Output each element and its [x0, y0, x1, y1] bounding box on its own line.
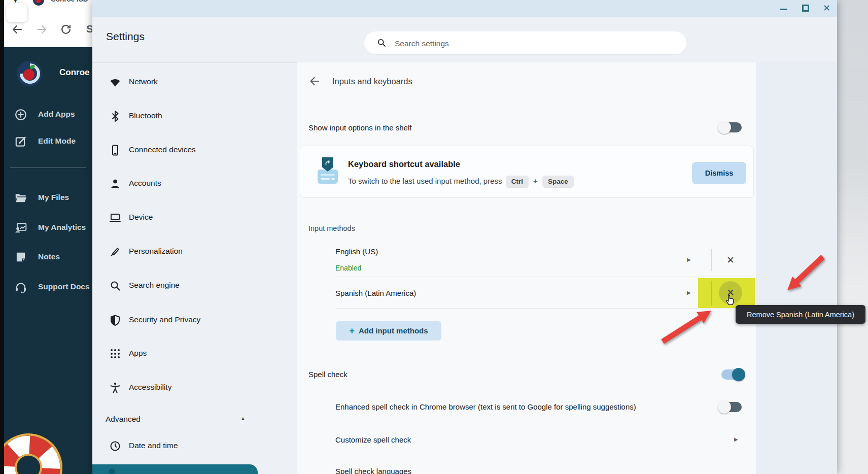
reload-icon[interactable] [60, 23, 72, 36]
nav-item-device[interactable]: Device [92, 211, 295, 225]
sidebar-item-add-apps[interactable]: Add Apps [4, 107, 92, 122]
sidebar-divider [10, 167, 86, 168]
ctrl-key-badge: Ctrl [506, 176, 529, 187]
nav-item-bluetooth[interactable]: Bluetooth [92, 109, 295, 123]
sidebar-item-support-docs[interactable]: Support Docs [4, 280, 92, 295]
list-divider [335, 456, 755, 456]
close-icon[interactable]: ✕ [823, 3, 830, 14]
smartphone-icon [109, 144, 121, 156]
apps-grid-icon [109, 348, 121, 360]
banner-title: Keyboard shortcut available [348, 159, 460, 169]
remove-tooltip: Remove Spanish (Latin America) [736, 305, 865, 324]
shortcut-banner: Keyboard shortcut available To switch to… [300, 146, 754, 198]
keyboard-shortcut-icon [318, 157, 340, 186]
forward-icon[interactable] [36, 23, 48, 36]
search-input[interactable] [394, 31, 670, 55]
enhanced-spell-check-toggle[interactable] [719, 401, 742, 413]
shield-icon [109, 314, 121, 326]
wifi-icon [109, 76, 121, 88]
enhanced-spell-check-label: Enhanced spell check in Chrome browser (… [335, 402, 636, 411]
dismiss-button[interactable]: Dismiss [692, 162, 746, 184]
input-method-status-enabled: Enabled [335, 264, 361, 272]
spell-check-toggle[interactable] [721, 369, 744, 380]
settings-header: Settings [92, 17, 837, 63]
remove-english-icon[interactable]: ✕ [726, 255, 735, 265]
page-title: Inputs and keyboards [332, 77, 412, 86]
settings-app-title: Settings [106, 30, 145, 43]
sidebar-item-my-analytics[interactable]: My Analytics [4, 220, 92, 235]
bottom-toast [92, 464, 258, 474]
accessibility-icon [109, 382, 121, 394]
sidebar-item-edit-mode[interactable]: Edit Mode [4, 134, 92, 149]
space-key-badge: Space [542, 176, 574, 187]
window-titlebar: ✕ [92, 0, 837, 17]
list-divider [335, 423, 755, 423]
brand-name: Conroe [59, 67, 90, 78]
nav-item-accessibility[interactable]: Accessibility [92, 381, 295, 395]
chevron-right-icon[interactable]: ▶ [687, 290, 691, 295]
spell-check-languages-label: Spell check languages [335, 467, 411, 474]
hand-cursor-icon [723, 292, 737, 308]
row-divider-vertical [711, 281, 712, 306]
brush-icon [109, 246, 121, 258]
lifering-image [4, 418, 78, 474]
nav-item-apps[interactable]: Apps [92, 347, 295, 361]
input-method-name-spanish: Spanish (Latin America) [335, 289, 416, 297]
plus-separator: + [533, 177, 538, 185]
window-right-gutter [756, 62, 837, 474]
bluetooth-icon [109, 110, 121, 122]
nav-item-personalization[interactable]: Personalization [92, 245, 295, 259]
clock-icon [109, 440, 121, 452]
nav-item-date-time[interactable]: Date and time [92, 439, 295, 453]
nav-item-network[interactable]: Network [92, 75, 295, 89]
chevron-right-icon[interactable]: ▶ [734, 436, 738, 442]
show-input-options-toggle[interactable] [719, 122, 742, 133]
minimize-icon[interactable] [780, 9, 787, 10]
chevron-right-icon[interactable]: ▶ [687, 257, 691, 262]
add-input-methods-button[interactable]: +Add input methods [336, 321, 441, 341]
customize-spell-check-label: Customize spell check [335, 435, 411, 444]
nav-item-accounts[interactable]: Accounts [92, 177, 295, 191]
show-input-options-label: Show input options in the shelf [308, 123, 411, 132]
list-divider [335, 308, 755, 309]
back-arrow-icon[interactable] [308, 75, 321, 87]
search-icon [376, 38, 387, 48]
back-icon[interactable] [11, 23, 23, 36]
nav-item-security-privacy[interactable]: Security and Privacy [92, 313, 295, 327]
headset-icon [14, 281, 27, 294]
note-icon [14, 251, 27, 264]
caret-down-icon: ▼ [12, 0, 19, 4]
analytics-icon [14, 221, 27, 234]
nav-item-connected-devices[interactable]: Connected devices [92, 143, 295, 157]
tab-favicon [33, 0, 44, 6]
sidebar-item-my-files[interactable]: My Files [4, 190, 92, 206]
edit-icon [14, 135, 27, 148]
desktop-background [837, 0, 868, 474]
nav-item-search-engine[interactable]: Search engine [92, 279, 295, 293]
plus-circle-icon [14, 108, 27, 121]
folder-icon [14, 191, 27, 205]
settings-content: Inputs and keyboards Show input options … [297, 62, 756, 474]
sidebar-item-notes[interactable]: Notes [4, 250, 92, 265]
search-bar[interactable] [364, 31, 686, 54]
person-icon [109, 178, 121, 190]
settings-window: ✕ Settings Network Bluetooth Connected d… [92, 0, 837, 474]
search-engine-icon [109, 280, 121, 292]
input-method-name-english: English (US) [335, 247, 378, 256]
nav-advanced-toggle[interactable]: Advanced ▲ [92, 413, 295, 427]
spell-check-label: Spell check [308, 370, 348, 379]
app-sidebar: Conroe Add Apps Edit Mode My Files My An… [4, 47, 92, 474]
conroe-logo [17, 61, 42, 86]
chevron-up-icon: ▲ [240, 416, 246, 421]
toast-icon [109, 468, 115, 474]
banner-description: To switch to the last used input method,… [348, 176, 575, 187]
browser-tab-title[interactable]: Conroe ISD [51, 0, 88, 3]
list-divider [335, 277, 755, 277]
maximize-icon[interactable] [802, 5, 809, 12]
row-divider-vertical [711, 249, 712, 271]
input-methods-section-label: Input methods [308, 224, 355, 232]
browser-popup-card [6, 3, 27, 22]
plus-icon: + [349, 326, 355, 336]
screen-edge [0, 0, 4, 474]
laptop-icon [109, 212, 121, 224]
